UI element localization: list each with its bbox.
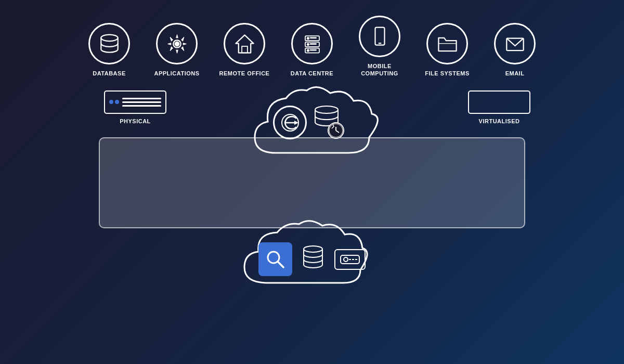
svg-point-6 (307, 37, 309, 40)
bottom-icons (258, 242, 366, 276)
house-icon (233, 32, 256, 56)
remote-office-circle (224, 23, 265, 64)
icon-mobile-computing: MOBILE COMPUTING (346, 16, 413, 77)
svg-rect-4 (242, 46, 248, 53)
search-box-icon (258, 242, 292, 276)
applications-label: APPLICATIONS (154, 70, 199, 77)
svg-point-2 (175, 42, 179, 46)
bottom-db-icon (302, 244, 325, 275)
database-circle (88, 23, 130, 64)
server-stack-icon (301, 32, 324, 56)
top-cloud (244, 85, 380, 166)
db-stack-svg (311, 103, 345, 140)
mobile-computing-circle (359, 16, 400, 57)
e-icon (280, 112, 301, 133)
mobile-icon (368, 25, 392, 48)
svg-point-9 (307, 43, 309, 46)
e-logo (273, 106, 307, 139)
envelope-icon (503, 32, 527, 56)
icon-email: EMAIL (481, 23, 549, 77)
search-icon (264, 248, 287, 271)
middle-row: PHYSICAL (0, 85, 624, 228)
database-label: DATABASE (93, 70, 125, 77)
key-svg (340, 253, 360, 266)
svg-point-12 (307, 49, 309, 52)
svg-point-21 (315, 106, 338, 113)
top-icons-row: DATABASE APPLICATIONS (0, 0, 624, 83)
svg-line-27 (278, 262, 283, 267)
file-systems-circle (426, 23, 468, 64)
svg-rect-14 (375, 27, 384, 45)
svg-point-0 (101, 34, 118, 41)
applications-circle (156, 23, 198, 64)
file-systems-label: FILE SYSTEMS (425, 70, 469, 77)
email-circle (494, 23, 536, 64)
icon-file-systems: FILE SYSTEMS (413, 23, 481, 77)
icon-database: DATABASE (75, 23, 143, 77)
icon-data-centre: DATA CENTRE (278, 23, 346, 77)
svg-rect-13 (310, 49, 317, 50)
gear-icon (165, 32, 189, 56)
remote-office-label: REMOTE OFFICE (219, 70, 270, 77)
icon-remote-office: REMOTE OFFICE (211, 23, 278, 77)
svg-point-28 (304, 246, 322, 252)
cloud-inner-icons (273, 103, 345, 142)
svg-marker-3 (236, 35, 253, 53)
data-centre-circle (291, 23, 333, 64)
key-icon (334, 249, 366, 270)
svg-rect-10 (310, 43, 317, 44)
mobile-computing-label: MOBILE COMPUTING (361, 62, 398, 77)
bottom-database-svg (302, 244, 325, 272)
bottom-cloud (231, 218, 393, 291)
center-column (99, 85, 525, 228)
bottom-section (231, 218, 393, 291)
svg-point-30 (344, 257, 348, 262)
database-icon (98, 32, 121, 56)
db-with-clock (311, 103, 345, 142)
icon-applications: APPLICATIONS (143, 23, 211, 77)
svg-rect-7 (310, 37, 317, 38)
folder-icon (436, 32, 459, 56)
email-label: EMAIL (505, 70, 525, 77)
data-centre-label: DATA CENTRE (291, 70, 333, 77)
